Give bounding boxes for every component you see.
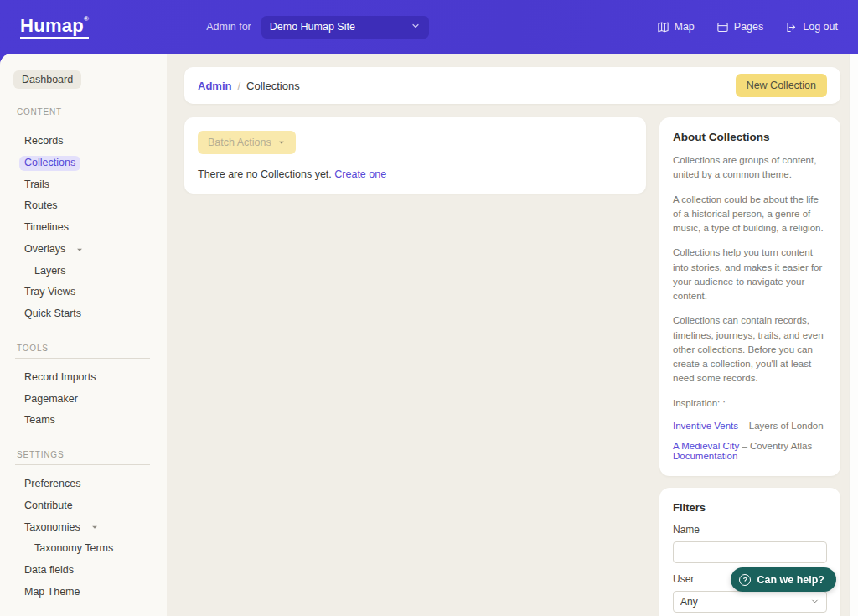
header-nav: Map Pages Log out: [657, 21, 839, 34]
inspiration-item: Inventive Vents – Layers of London: [673, 421, 827, 431]
divider: [15, 358, 150, 359]
empty-state-text: There are no Collections yet. Create one: [198, 168, 633, 180]
sidebar-item-overlays[interactable]: Overlays: [0, 239, 167, 261]
sidebar-item-contribute[interactable]: Contribute: [0, 495, 167, 517]
sidebar-item-label: Teams: [19, 413, 60, 428]
chevron-down-icon: [277, 138, 286, 147]
inspiration-label: Inspiration: :: [673, 396, 827, 411]
filter-input-name[interactable]: [673, 541, 827, 563]
admin-for-label: Admin for: [206, 21, 251, 33]
inspiration-item: A Medieval City – Coventry Atlas: [673, 441, 827, 451]
filter-select-value: Any: [680, 596, 810, 608]
sidebar-item-taxonomies[interactable]: Taxonomies: [0, 517, 167, 539]
logout-icon: [785, 21, 798, 34]
help-button-label: Can we help?: [757, 574, 824, 586]
sidebar-item-label: Preferences: [19, 477, 85, 492]
sidebar: Dashboard CONTENTRecordsCollectionsTrail…: [0, 54, 167, 616]
sidebar-item-map-theme[interactable]: Map Theme: [0, 582, 167, 603]
sidebar-section-tools: TOOLSRecord ImportsPagemakerTeams: [0, 344, 167, 432]
chevron-down-icon: [810, 597, 819, 606]
inspiration-link[interactable]: A Medieval City: [673, 441, 739, 451]
sidebar-item-dashboard[interactable]: Dashboard: [13, 70, 81, 89]
sidebar-item-teams[interactable]: Teams: [0, 410, 167, 432]
sidebar-item-routes[interactable]: Routes: [0, 195, 167, 217]
sidebar-item-record-imports[interactable]: Record Imports: [0, 367, 167, 389]
inspiration-suffix: – Coventry Atlas: [739, 441, 812, 451]
sidebar-item-label: Map Theme: [19, 585, 85, 600]
sidebar-item-trails[interactable]: Trails: [0, 174, 167, 196]
sidebar-item-preferences[interactable]: Preferences: [0, 474, 167, 495]
sidebar-item-label: Quick Starts: [19, 307, 86, 322]
nav-logout-link[interactable]: Log out: [785, 21, 838, 34]
site-select-value: Demo Humap Site: [270, 21, 411, 33]
about-paragraph: Collections help you turn content into s…: [673, 246, 827, 303]
sidebar-item-label: Records: [19, 134, 69, 149]
breadcrumb-admin-link[interactable]: Admin: [198, 80, 231, 92]
site-select[interactable]: Demo Humap Site: [261, 16, 429, 39]
nav-pages-link[interactable]: Pages: [716, 21, 763, 34]
filter-select-user[interactable]: Any: [673, 591, 827, 613]
sidebar-item-label: Tray Views: [19, 285, 80, 300]
app-header: Humap® Admin for Demo Humap Site Map Pag…: [0, 0, 858, 54]
chevron-down-icon: [411, 21, 421, 34]
sidebar-item-label: Routes: [19, 199, 63, 214]
sidebar-item-label: Layers: [29, 264, 71, 279]
sidebar-item-label: Collections: [19, 156, 80, 171]
nav-map-link[interactable]: Map: [657, 21, 695, 34]
sidebar-item-layers[interactable]: Layers: [0, 261, 167, 282]
sidebar-item-label: Taxonomy Terms: [29, 541, 118, 556]
main-content: Admin / Collections New Collection Batch…: [167, 54, 858, 616]
sidebar-item-label: Trails: [19, 178, 54, 193]
question-icon: ?: [739, 574, 751, 586]
inspiration-suffix: – Layers of London: [738, 421, 824, 431]
nav-pages-label: Pages: [734, 21, 763, 33]
inspiration-link[interactable]: Inventive Vents: [673, 421, 738, 431]
humap-logo[interactable]: Humap®: [20, 15, 89, 39]
breadcrumb: Admin / Collections New Collection: [184, 67, 840, 104]
registered-mark: ®: [84, 15, 89, 23]
sidebar-item-label: Pagemaker: [19, 392, 83, 407]
collections-list-card: Batch Actions There are no Collections y…: [184, 117, 646, 194]
sidebar-section-label: CONTENT: [17, 107, 167, 116]
nav-logout-label: Log out: [803, 21, 838, 33]
sidebar-item-taxonomy-terms[interactable]: Taxonomy Terms: [0, 538, 167, 560]
sidebar-item-pagemaker[interactable]: Pagemaker: [0, 389, 167, 411]
map-icon: [657, 21, 669, 34]
filters-panel: Filters NameUserAnyTaxonomy termAnyState…: [659, 488, 840, 616]
scrollbar-track[interactable]: [849, 54, 858, 616]
chevron-down-icon: [90, 523, 99, 531]
sidebar-item-label: Timelines: [19, 220, 74, 236]
sidebar-item-data-fields[interactable]: Data fields: [0, 560, 167, 582]
chevron-down-icon: [75, 246, 84, 254]
sidebar-item-timelines[interactable]: Timelines: [0, 217, 167, 239]
sidebar-section-label: SETTINGS: [17, 450, 167, 459]
divider: [15, 122, 150, 122]
about-paragraph: Collections can contain records, timelin…: [673, 313, 827, 386]
sidebar-item-quick-starts[interactable]: Quick Starts: [0, 303, 167, 325]
right-column: About Collections Collections are groups…: [659, 117, 840, 616]
divider: [15, 464, 150, 465]
filter-label-name: Name: [673, 524, 827, 536]
breadcrumb-separator: /: [237, 80, 240, 92]
page-shell: Dashboard CONTENTRecordsCollectionsTrail…: [0, 54, 858, 616]
about-collections-panel: About Collections Collections are groups…: [659, 117, 840, 476]
sidebar-item-label: Overlays: [19, 242, 70, 257]
sidebar-item-tray-views[interactable]: Tray Views: [0, 282, 167, 303]
create-one-link[interactable]: Create one: [334, 168, 386, 180]
about-paragraph: A collection could be about the life of …: [673, 193, 827, 236]
pages-icon: [716, 21, 729, 34]
about-title: About Collections: [673, 131, 827, 143]
sidebar-item-label: Data fields: [19, 563, 79, 578]
sidebar-item-label: Record Imports: [19, 370, 101, 386]
filters-title: Filters: [673, 501, 827, 514]
sidebar-section-settings: SETTINGSPreferencesContributeTaxonomiesT…: [0, 450, 167, 603]
sidebar-item-label: Contribute: [19, 499, 78, 514]
sidebar-item-label: Taxonomies: [19, 520, 85, 536]
batch-actions-label: Batch Actions: [208, 137, 271, 148]
sidebar-item-records[interactable]: Records: [0, 131, 167, 153]
sidebar-item-collections[interactable]: Collections: [0, 153, 167, 174]
new-collection-button[interactable]: New Collection: [736, 74, 827, 97]
batch-actions-button[interactable]: Batch Actions: [198, 131, 296, 154]
help-button[interactable]: ? Can we help?: [731, 567, 836, 592]
documentation-link[interactable]: Documentation: [673, 451, 737, 461]
